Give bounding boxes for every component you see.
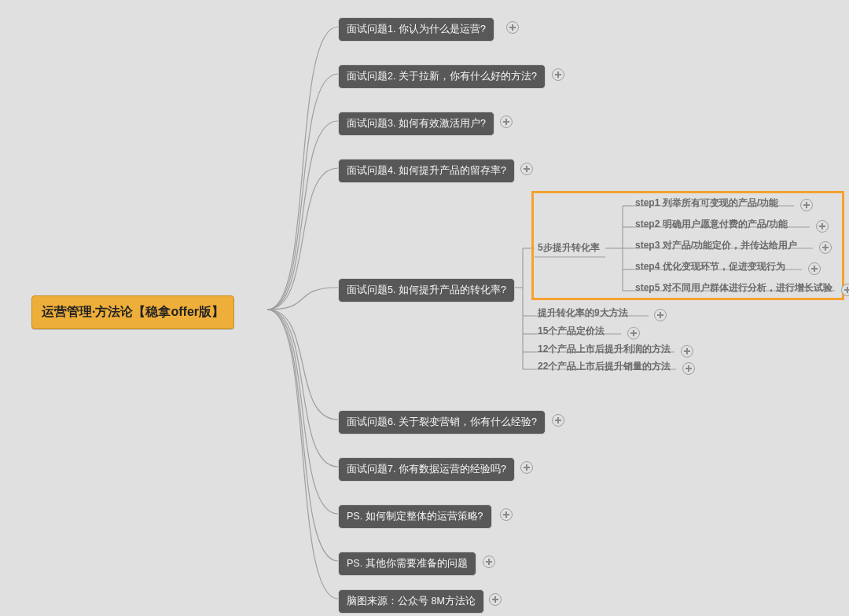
branch-q2[interactable]: 面试问题2. 关于拉新，你有什么好的方法?: [338, 64, 546, 89]
expand-source[interactable]: [489, 593, 502, 606]
step-3[interactable]: step3 对产品/功能定价，并传达给用户: [635, 239, 797, 252]
branch-q5[interactable]: 面试问题5. 如何提升产品的转化率?: [338, 278, 515, 302]
expand-q2[interactable]: [552, 68, 564, 81]
branch-source[interactable]: 脑图来源：公众号 8M方法论: [338, 589, 484, 614]
branch-q4[interactable]: 面试问题4. 如何提升产品的留存率?: [338, 159, 515, 183]
expand-ps2[interactable]: [483, 556, 495, 568]
branch-q7[interactable]: 面试问题7. 你有数据运营的经验吗?: [338, 457, 515, 482]
step-4[interactable]: step4 优化变现环节，促进变现行为: [635, 260, 785, 273]
expand-step-2[interactable]: [816, 220, 829, 233]
expand-q1[interactable]: [506, 21, 519, 34]
step-2[interactable]: step2 明确用户愿意付费的产品/功能: [635, 218, 788, 231]
branch-ps1[interactable]: PS. 如何制定整体的运营策略?: [338, 504, 492, 529]
expand-step-4[interactable]: [808, 262, 821, 275]
expand-sibling-3[interactable]: [681, 345, 693, 358]
expand-sibling-2[interactable]: [627, 327, 640, 339]
expand-step-5[interactable]: [841, 284, 849, 296]
sibling-1[interactable]: 提升转化率的9大方法: [538, 306, 628, 320]
sibling-3[interactable]: 12个产品上市后提升利润的方法: [538, 343, 671, 356]
branch-q1[interactable]: 面试问题1. 你认为什么是运营?: [338, 17, 494, 42]
mindmap-canvas: 运营管理·方法论【稳拿offer版】 面试问题1. 你认为什么是运营? 面试问题…: [0, 0, 849, 616]
expand-sibling-1[interactable]: [654, 309, 667, 321]
branch-q3[interactable]: 面试问题3. 如何有效激活用户?: [338, 112, 494, 136]
branch-ps2[interactable]: PS. 其他你需要准备的问题: [338, 552, 476, 576]
expand-step-1[interactable]: [800, 199, 813, 211]
expand-step-3[interactable]: [819, 241, 832, 254]
subhead-5steps[interactable]: 5步提升转化率: [538, 241, 600, 255]
expand-q7[interactable]: [520, 461, 533, 474]
expand-sibling-4[interactable]: [682, 362, 695, 375]
sibling-2[interactable]: 15个产品定价法: [538, 324, 605, 338]
expand-ps1[interactable]: [500, 508, 513, 521]
expand-q4[interactable]: [520, 163, 533, 175]
root-node[interactable]: 运营管理·方法论【稳拿offer版】: [31, 295, 234, 329]
step-1[interactable]: step1 列举所有可变现的产品/功能: [635, 196, 778, 210]
expand-q3[interactable]: [500, 116, 513, 128]
expand-q6[interactable]: [552, 414, 564, 427]
sibling-4[interactable]: 22个产品上市后提升销量的方法: [538, 360, 671, 373]
branch-q6[interactable]: 面试问题6. 关于裂变营销，你有什么经验?: [338, 410, 546, 434]
step-5[interactable]: step5 对不同用户群体进行分析，进行增长试验: [635, 281, 832, 295]
